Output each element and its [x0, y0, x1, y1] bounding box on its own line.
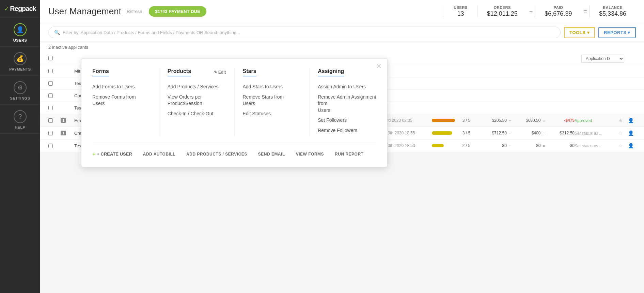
panel-col-products: Products ✎ Edit Add Products / Services …	[168, 68, 235, 136]
row-balance: -$475	[547, 118, 575, 123]
search-placeholder-text: Filter by: Application Data / Products /…	[63, 30, 240, 35]
panel-assigning-title: Assigning	[318, 68, 376, 76]
panel-send-email[interactable]: SEND EMAIL	[258, 152, 285, 157]
sidebar-item-settings[interactable]: ⚙ SETTINGS	[0, 76, 40, 105]
row-checkbox[interactable]	[48, 93, 61, 98]
col-check-header	[48, 56, 61, 61]
row-paid: $205.50	[480, 118, 507, 123]
row-progress-text: 2 / 5	[462, 143, 480, 148]
panel-add-forms[interactable]: Add Forms to Users	[92, 82, 151, 92]
sidebar-label-payments: PAYMENTS	[9, 67, 31, 71]
panel-close-button[interactable]: ✕	[376, 63, 382, 70]
stat-paid-label: PAID	[554, 5, 563, 10]
tools-dropdown-panel: ✕ Forms Add Forms to Users Remove Forms …	[81, 58, 388, 167]
row-star[interactable]: ★	[615, 118, 626, 123]
row-num-badge: 1	[61, 131, 74, 135]
panel-products-edit[interactable]: ✎ Edit	[214, 70, 226, 75]
search-bar[interactable]: 🔍 Filter by: Application Data / Products…	[48, 27, 561, 38]
row-checkbox[interactable]	[48, 69, 61, 73]
row-checkbox[interactable]	[48, 118, 61, 123]
panel-remove-admin[interactable]: Remove Admin Assignment fromUsers	[318, 92, 376, 116]
stat-users: USERS 13	[444, 5, 477, 17]
panel-col-stars: Stars Add Stars to Users Remove Stars fr…	[243, 68, 310, 136]
row-checkbox[interactable]	[48, 144, 61, 148]
main-content: User Management Refresh $1743 PAYMENT DU…	[40, 0, 644, 293]
stat-balance-value: $5,334.86	[599, 10, 626, 17]
payments-icon: 💰	[14, 52, 27, 65]
row-checkbox[interactable]	[48, 106, 61, 110]
row-total: $0	[513, 143, 540, 148]
row-paid: $712.50	[480, 131, 507, 135]
row-equals: =	[540, 143, 547, 148]
sidebar-label-users: USERS	[13, 38, 27, 42]
search-icon: 🔍	[54, 30, 60, 35]
sidebar-nav: 👤 USERS 💰 PAYMENTS ⚙ SETTINGS ? HELP	[0, 18, 40, 293]
row-minus: −	[507, 131, 514, 136]
row-equals: =	[540, 118, 547, 123]
row-progress-bar	[432, 131, 462, 135]
settings-icon: ⚙	[14, 81, 27, 94]
sidebar-item-users[interactable]: 👤 USERS	[0, 18, 40, 47]
row-progress-bar	[432, 144, 462, 147]
logo: ✓ Regpack	[0, 0, 40, 18]
panel-col-forms: Forms Add Forms to Users Remove Forms fr…	[92, 68, 159, 136]
panel-add-products[interactable]: Add Products / Services	[168, 82, 226, 92]
row-total: $400	[513, 131, 540, 135]
panel-columns: Forms Add Forms to Users Remove Forms fr…	[92, 68, 376, 144]
page-title: User Management	[48, 6, 121, 17]
row-progress-text: 3 / 5	[462, 131, 480, 135]
content-area: 2 inactive applicants Application D Appl…	[40, 42, 644, 293]
panel-remove-stars[interactable]: Remove Stars fromUsers	[243, 92, 301, 109]
tools-button[interactable]: TOOLS ▾	[564, 27, 595, 38]
panel-stars-title: Stars	[243, 68, 301, 76]
row-status: Approved	[575, 118, 615, 123]
toolbar: 🔍 Filter by: Application Data / Products…	[40, 23, 644, 42]
row-user-icon: 👤	[626, 130, 636, 136]
row-checkbox[interactable]	[48, 131, 61, 135]
panel-run-report[interactable]: RUN REPORT	[335, 152, 363, 157]
select-all-checkbox[interactable]	[48, 56, 53, 60]
row-paid: $0	[480, 143, 507, 148]
col-appdata-header: Application D Application Data	[581, 55, 636, 63]
panel-add-stars[interactable]: Add Stars to Users	[243, 82, 301, 92]
sidebar-item-payments[interactable]: 💰 PAYMENTS	[0, 47, 40, 76]
row-star[interactable]: ☆	[615, 130, 626, 136]
refresh-button[interactable]: Refresh	[127, 9, 142, 14]
sidebar-item-help[interactable]: ? HELP	[0, 105, 40, 134]
application-data-dropdown[interactable]: Application D Application Data	[581, 55, 624, 63]
panel-add-autobill[interactable]: ADD AUTOBILL	[143, 152, 175, 157]
plus-icon: +	[92, 151, 95, 157]
stat-paid-value: $6,676.39	[545, 10, 572, 17]
panel-view-orders[interactable]: View Orders perProduct/Session	[168, 92, 226, 109]
stat-users-value: 13	[457, 10, 464, 17]
row-star[interactable]: ☆	[615, 143, 626, 148]
reports-button[interactable]: REPORTS ▾	[598, 27, 636, 38]
stat-orders: ORDERS $12,011.25	[477, 5, 527, 17]
help-icon: ?	[14, 110, 27, 123]
stat-balance-label: BALANCE	[603, 5, 622, 10]
panel-create-user[interactable]: + + CREATE USER	[92, 151, 132, 157]
separator-minus: −	[527, 8, 535, 15]
row-checkbox[interactable]	[48, 81, 61, 86]
stat-orders-label: ORDERS	[494, 5, 511, 10]
header-stats: USERS 13 ORDERS $12,011.25 − PAID $6,676…	[444, 5, 636, 17]
payment-due-button[interactable]: $1743 PAYMENT DUE	[149, 6, 206, 17]
row-minus: −	[507, 143, 514, 148]
panel-assign-admin[interactable]: Assign Admin to Users	[318, 82, 376, 92]
inactive-notice: 2 inactive applicants	[40, 42, 644, 53]
panel-remove-forms[interactable]: Remove Forms fromUsers	[92, 92, 151, 109]
row-balance: $0	[547, 143, 575, 148]
panel-add-products-services[interactable]: ADD PRODUCTS / SERVICES	[186, 152, 247, 157]
row-status: Set status as ...	[575, 143, 615, 148]
stat-orders-value: $12,011.25	[487, 10, 518, 17]
row-status: Set status as ...	[575, 131, 615, 136]
panel-remove-followers[interactable]: Remove Followers	[318, 126, 376, 136]
panel-set-followers[interactable]: Set Followers	[318, 115, 376, 126]
row-equals: =	[540, 131, 547, 136]
panel-view-forms[interactable]: VIEW FORMS	[296, 152, 324, 157]
panel-checkin[interactable]: Check-In / Check-Out	[168, 109, 226, 119]
separator-equals: =	[581, 8, 589, 15]
stat-paid: PAID $6,676.39	[535, 5, 581, 17]
row-user-icon: 👤	[626, 143, 636, 148]
panel-edit-statuses[interactable]: Edit Statuses	[243, 109, 301, 119]
